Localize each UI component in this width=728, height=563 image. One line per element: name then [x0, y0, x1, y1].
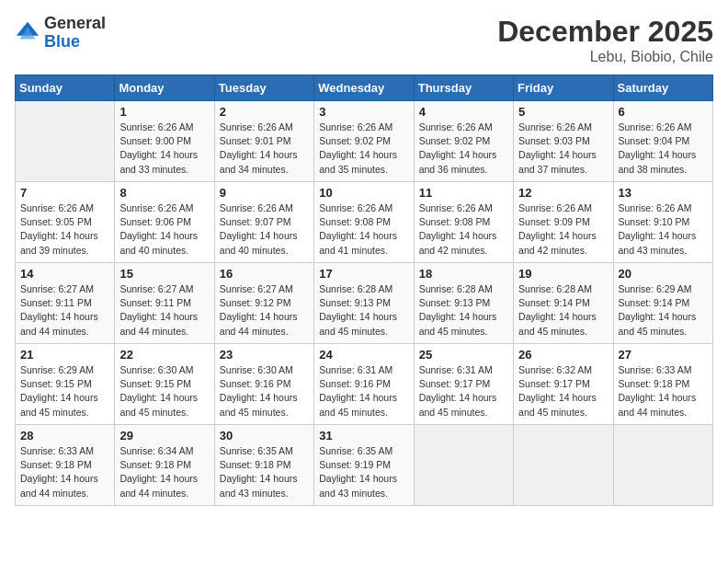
- calendar-cell: 26Sunrise: 6:32 AM Sunset: 9:17 PM Dayli…: [514, 344, 613, 425]
- day-number: 24: [319, 348, 408, 362]
- day-number: 31: [319, 429, 408, 442]
- day-number: 2: [220, 105, 309, 119]
- day-info: Sunrise: 6:35 AM Sunset: 9:19 PM Dayligh…: [319, 444, 408, 500]
- month-title: December 2025: [497, 15, 713, 49]
- calendar-cell: 12Sunrise: 6:26 AM Sunset: 9:09 PM Dayli…: [514, 182, 613, 263]
- day-info: Sunrise: 6:27 AM Sunset: 9:11 PM Dayligh…: [20, 282, 109, 339]
- day-number: 28: [20, 429, 109, 442]
- calendar-cell: [613, 425, 712, 506]
- day-info: Sunrise: 6:33 AM Sunset: 9:18 PM Dayligh…: [20, 444, 109, 500]
- day-number: 5: [518, 105, 608, 119]
- calendar-week-row: 7Sunrise: 6:26 AM Sunset: 9:05 PM Daylig…: [16, 182, 713, 263]
- day-number: 26: [518, 348, 608, 362]
- day-number: 29: [119, 429, 209, 442]
- calendar-cell: 27Sunrise: 6:33 AM Sunset: 9:18 PM Dayli…: [613, 344, 712, 425]
- calendar-cell: 2Sunrise: 6:26 AM Sunset: 9:01 PM Daylig…: [214, 101, 313, 182]
- day-info: Sunrise: 6:28 AM Sunset: 9:13 PM Dayligh…: [319, 282, 408, 339]
- calendar-cell: 5Sunrise: 6:26 AM Sunset: 9:03 PM Daylig…: [514, 101, 613, 182]
- day-info: Sunrise: 6:26 AM Sunset: 9:08 PM Dayligh…: [319, 201, 408, 258]
- calendar-cell: 9Sunrise: 6:26 AM Sunset: 9:07 PM Daylig…: [214, 182, 313, 263]
- calendar-cell: 15Sunrise: 6:27 AM Sunset: 9:11 PM Dayli…: [115, 263, 214, 344]
- calendar-header-row: SundayMondayTuesdayWednesdayThursdayFrid…: [16, 75, 713, 101]
- calendar-cell: 13Sunrise: 6:26 AM Sunset: 9:10 PM Dayli…: [613, 182, 712, 263]
- day-info: Sunrise: 6:34 AM Sunset: 9:18 PM Dayligh…: [119, 444, 209, 500]
- day-info: Sunrise: 6:31 AM Sunset: 9:17 PM Dayligh…: [419, 363, 508, 419]
- header: General Blue December 2025 Lebu, Biobio,…: [15, 15, 713, 65]
- logo-general-text: General: [44, 15, 106, 33]
- day-number: 11: [419, 186, 508, 200]
- day-info: Sunrise: 6:31 AM Sunset: 9:16 PM Dayligh…: [319, 363, 408, 419]
- calendar-cell: 14Sunrise: 6:27 AM Sunset: 9:11 PM Dayli…: [16, 263, 115, 344]
- calendar-cell: 6Sunrise: 6:26 AM Sunset: 9:04 PM Daylig…: [613, 101, 712, 182]
- day-number: 15: [119, 267, 209, 281]
- calendar-cell: 7Sunrise: 6:26 AM Sunset: 9:05 PM Daylig…: [16, 182, 115, 263]
- calendar-week-row: 1Sunrise: 6:26 AM Sunset: 9:00 PM Daylig…: [16, 101, 713, 182]
- day-number: 8: [119, 186, 209, 200]
- day-number: 10: [319, 186, 408, 200]
- day-info: Sunrise: 6:33 AM Sunset: 9:18 PM Dayligh…: [619, 363, 708, 419]
- calendar-cell: 18Sunrise: 6:28 AM Sunset: 9:13 PM Dayli…: [414, 263, 513, 344]
- day-info: Sunrise: 6:26 AM Sunset: 9:04 PM Dayligh…: [619, 121, 708, 177]
- day-number: 18: [419, 267, 508, 281]
- calendar-cell: 31Sunrise: 6:35 AM Sunset: 9:19 PM Dayli…: [314, 425, 414, 506]
- day-info: Sunrise: 6:26 AM Sunset: 9:03 PM Dayligh…: [518, 121, 608, 177]
- day-info: Sunrise: 6:26 AM Sunset: 9:01 PM Dayligh…: [220, 121, 309, 177]
- day-number: 25: [419, 348, 508, 362]
- day-info: Sunrise: 6:27 AM Sunset: 9:11 PM Dayligh…: [119, 282, 209, 339]
- day-number: 17: [319, 267, 408, 281]
- day-number: 3: [319, 105, 408, 119]
- calendar-cell: 24Sunrise: 6:31 AM Sunset: 9:16 PM Dayli…: [314, 344, 414, 425]
- calendar-cell: 28Sunrise: 6:33 AM Sunset: 9:18 PM Dayli…: [16, 425, 115, 506]
- day-info: Sunrise: 6:29 AM Sunset: 9:15 PM Dayligh…: [20, 363, 109, 419]
- logo-text: General Blue: [44, 15, 106, 52]
- calendar-cell: 4Sunrise: 6:26 AM Sunset: 9:02 PM Daylig…: [414, 101, 513, 182]
- day-info: Sunrise: 6:26 AM Sunset: 9:07 PM Dayligh…: [220, 201, 309, 258]
- day-info: Sunrise: 6:26 AM Sunset: 9:02 PM Dayligh…: [319, 121, 408, 177]
- day-info: Sunrise: 6:26 AM Sunset: 9:05 PM Dayligh…: [20, 201, 109, 258]
- calendar-cell: 22Sunrise: 6:30 AM Sunset: 9:15 PM Dayli…: [115, 344, 214, 425]
- day-number: 14: [20, 267, 109, 281]
- calendar-cell: 23Sunrise: 6:30 AM Sunset: 9:16 PM Dayli…: [214, 344, 313, 425]
- day-header-sunday: Sunday: [16, 75, 115, 101]
- title-area: December 2025 Lebu, Biobio, Chile: [497, 15, 713, 65]
- calendar-cell: 17Sunrise: 6:28 AM Sunset: 9:13 PM Dayli…: [314, 263, 414, 344]
- calendar-cell: 10Sunrise: 6:26 AM Sunset: 9:08 PM Dayli…: [314, 182, 414, 263]
- day-info: Sunrise: 6:28 AM Sunset: 9:13 PM Dayligh…: [419, 282, 508, 339]
- day-header-thursday: Thursday: [414, 75, 513, 101]
- day-info: Sunrise: 6:26 AM Sunset: 9:06 PM Dayligh…: [119, 201, 209, 258]
- day-info: Sunrise: 6:32 AM Sunset: 9:17 PM Dayligh…: [518, 363, 608, 419]
- calendar-cell: 1Sunrise: 6:26 AM Sunset: 9:00 PM Daylig…: [115, 101, 214, 182]
- day-info: Sunrise: 6:26 AM Sunset: 9:00 PM Dayligh…: [119, 121, 209, 177]
- day-info: Sunrise: 6:28 AM Sunset: 9:14 PM Dayligh…: [518, 282, 608, 339]
- day-info: Sunrise: 6:26 AM Sunset: 9:09 PM Dayligh…: [518, 201, 608, 258]
- day-number: 1: [119, 105, 209, 119]
- day-number: 20: [619, 267, 708, 281]
- day-info: Sunrise: 6:27 AM Sunset: 9:12 PM Dayligh…: [220, 282, 309, 339]
- day-number: 30: [220, 429, 309, 442]
- day-number: 9: [220, 186, 309, 200]
- logo-blue-text: Blue: [44, 33, 106, 52]
- calendar-cell: 3Sunrise: 6:26 AM Sunset: 9:02 PM Daylig…: [314, 101, 414, 182]
- day-header-saturday: Saturday: [613, 75, 712, 101]
- calendar-week-row: 21Sunrise: 6:29 AM Sunset: 9:15 PM Dayli…: [16, 344, 713, 425]
- calendar-cell: 25Sunrise: 6:31 AM Sunset: 9:17 PM Dayli…: [414, 344, 513, 425]
- day-number: 13: [619, 186, 708, 200]
- logo-icon: [15, 20, 40, 46]
- day-info: Sunrise: 6:30 AM Sunset: 9:16 PM Dayligh…: [220, 363, 309, 419]
- day-number: 19: [518, 267, 608, 281]
- day-header-friday: Friday: [514, 75, 613, 101]
- day-info: Sunrise: 6:35 AM Sunset: 9:18 PM Dayligh…: [220, 444, 309, 500]
- day-header-tuesday: Tuesday: [214, 75, 313, 101]
- calendar-cell: 30Sunrise: 6:35 AM Sunset: 9:18 PM Dayli…: [214, 425, 313, 506]
- calendar-cell: 29Sunrise: 6:34 AM Sunset: 9:18 PM Dayli…: [115, 425, 214, 506]
- calendar-cell: 19Sunrise: 6:28 AM Sunset: 9:14 PM Dayli…: [514, 263, 613, 344]
- day-info: Sunrise: 6:26 AM Sunset: 9:10 PM Dayligh…: [619, 201, 708, 258]
- calendar-cell: 20Sunrise: 6:29 AM Sunset: 9:14 PM Dayli…: [613, 263, 712, 344]
- calendar-cell: 21Sunrise: 6:29 AM Sunset: 9:15 PM Dayli…: [16, 344, 115, 425]
- calendar-cell: 11Sunrise: 6:26 AM Sunset: 9:08 PM Dayli…: [414, 182, 513, 263]
- calendar-cell: [16, 101, 115, 182]
- calendar-cell: 16Sunrise: 6:27 AM Sunset: 9:12 PM Dayli…: [214, 263, 313, 344]
- logo: General Blue: [15, 15, 106, 52]
- location: Lebu, Biobio, Chile: [497, 49, 713, 65]
- day-header-monday: Monday: [115, 75, 214, 101]
